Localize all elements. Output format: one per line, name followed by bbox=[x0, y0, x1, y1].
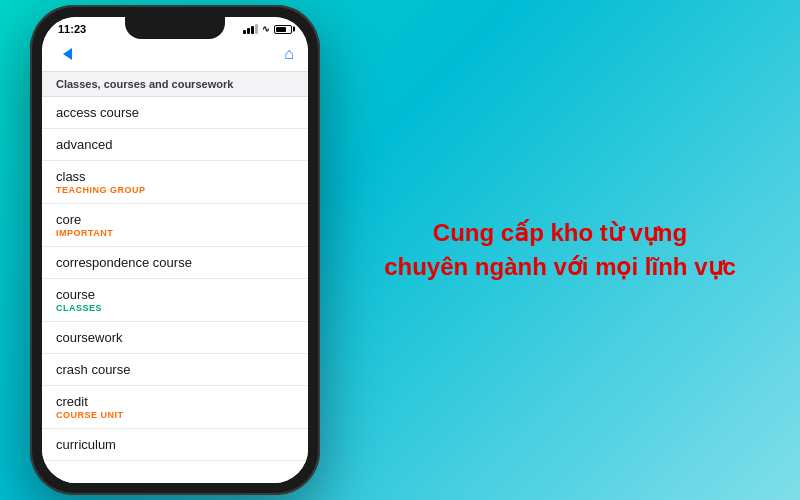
list-item[interactable]: advanced bbox=[42, 129, 308, 161]
list-item[interactable]: coreIMPORTANT bbox=[42, 204, 308, 247]
list-item[interactable]: coursework bbox=[42, 322, 308, 354]
tagline-text: Cung cấp kho từ vựng chuyên ngành với mọ… bbox=[384, 216, 736, 283]
status-time: 11:23 bbox=[58, 23, 86, 35]
item-main-text: course bbox=[56, 287, 294, 302]
phone-notch bbox=[125, 17, 225, 39]
item-main-text: core bbox=[56, 212, 294, 227]
section-header: Classes, courses and coursework bbox=[42, 72, 308, 97]
item-sub-text: IMPORTANT bbox=[56, 228, 294, 238]
list-item[interactable]: curriculum bbox=[42, 429, 308, 461]
signal-icon bbox=[243, 24, 258, 34]
list-item[interactable]: classTEACHING GROUP bbox=[42, 161, 308, 204]
item-main-text: crash course bbox=[56, 362, 294, 377]
item-main-text: correspondence course bbox=[56, 255, 294, 270]
tagline-line1: Cung cấp kho từ vựng bbox=[433, 219, 687, 246]
list-container: access courseadvancedclassTEACHING GROUP… bbox=[42, 97, 308, 483]
item-sub-text: CLASSES bbox=[56, 303, 294, 313]
list-item[interactable]: courseCLASSES bbox=[42, 279, 308, 322]
list-item[interactable]: crash course bbox=[42, 354, 308, 386]
back-button[interactable] bbox=[56, 43, 78, 65]
status-icons: ∿ bbox=[243, 24, 292, 34]
item-main-text: credit bbox=[56, 394, 294, 409]
battery-icon bbox=[274, 25, 292, 34]
item-main-text: advanced bbox=[56, 137, 294, 152]
phone-screen: 11:23 ∿ ⌂ Classes, cou bbox=[42, 17, 308, 483]
tagline-line2: chuyên ngành với mọi lĩnh vực bbox=[384, 253, 736, 280]
item-sub-text: TEACHING GROUP bbox=[56, 185, 294, 195]
item-main-text: access course bbox=[56, 105, 294, 120]
home-button[interactable]: ⌂ bbox=[284, 45, 294, 63]
item-sub-text: COURSE UNIT bbox=[56, 410, 294, 420]
wifi-icon: ∿ bbox=[262, 24, 270, 34]
item-main-text: class bbox=[56, 169, 294, 184]
item-main-text: curriculum bbox=[56, 437, 294, 452]
nav-bar: ⌂ bbox=[42, 37, 308, 72]
phone-mockup: 11:23 ∿ ⌂ Classes, cou bbox=[30, 5, 320, 495]
list-item[interactable]: creditCOURSE UNIT bbox=[42, 386, 308, 429]
item-main-text: coursework bbox=[56, 330, 294, 345]
phone-frame: 11:23 ∿ ⌂ Classes, cou bbox=[30, 5, 320, 495]
list-item[interactable]: correspondence course bbox=[42, 247, 308, 279]
back-chevron-icon bbox=[63, 48, 72, 60]
tagline-area: Cung cấp kho từ vựng chuyên ngành với mọ… bbox=[320, 196, 800, 303]
list-item[interactable]: access course bbox=[42, 97, 308, 129]
